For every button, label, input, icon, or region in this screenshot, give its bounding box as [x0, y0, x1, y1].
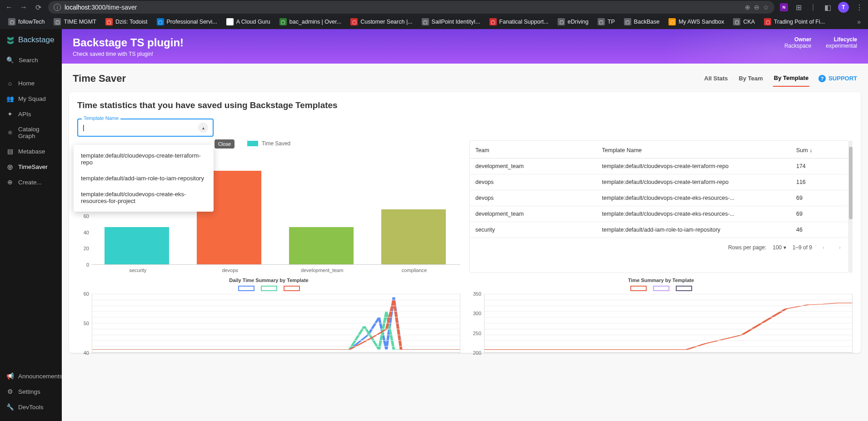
back-icon[interactable]: ←: [5, 3, 14, 12]
sidebar-item-create-[interactable]: ⊕Create...: [0, 174, 62, 190]
bookmark-item[interactable]: ▢A Cloud Guru: [223, 16, 274, 27]
table-row[interactable]: development_teamtemplate:default/cloudev…: [470, 206, 848, 222]
x-label: devops: [184, 265, 276, 273]
cell-team: development_team: [470, 158, 597, 174]
bookmark-label: TP: [608, 19, 615, 25]
dropdown-option[interactable]: template:default/cloudevops-create-terra…: [74, 148, 214, 170]
prev-page-icon[interactable]: ‹: [818, 243, 828, 253]
extension-icon: ✦: [6, 110, 14, 118]
url-bar[interactable]: i localhost:3000/time-saver ⊕ ⊖ ☆: [48, 1, 774, 14]
table-row[interactable]: devopstemplate:default/cloudevops-create…: [470, 190, 848, 206]
sidebar-item-timesaver[interactable]: ◎TimeSaver: [0, 159, 62, 174]
cell-template: template:default/cloudevops-create-eks-r…: [597, 206, 791, 222]
bookmark-label: Dziś: Todoist: [115, 19, 148, 25]
sidebar-item-metabase[interactable]: ▤Metabase: [0, 144, 62, 159]
legend-swatch: [284, 286, 300, 291]
tabs: All StatsBy TeamBy Template ? SUPPORT: [703, 70, 857, 87]
dropdown-option[interactable]: template:default/cloudevops-create-eks-r…: [74, 186, 214, 209]
bookmarks-overflow-icon[interactable]: »: [854, 18, 863, 25]
brand-label: Backstage: [18, 35, 54, 45]
backstage-logo-icon: [6, 36, 15, 44]
bookmark-item[interactable]: ▢Fanatical Support...: [486, 16, 552, 27]
bookmark-item[interactable]: ▢TIME MGMT: [50, 16, 100, 27]
bookmark-item[interactable]: ▢followTech: [5, 16, 48, 27]
table-row[interactable]: securitytemplate:default/add-iam-role-to…: [470, 222, 848, 238]
next-page-icon[interactable]: ›: [835, 243, 845, 253]
x-label: development_team: [276, 265, 369, 273]
sidebar-item-devtools[interactable]: 🔧DevTools: [0, 399, 62, 415]
sidebar-item-apis[interactable]: ✦APIs: [0, 106, 62, 122]
tab-by-template[interactable]: By Template: [773, 70, 809, 87]
owner-value: Rackspace: [784, 43, 811, 49]
bookmark-item[interactable]: ▢Professional Servi...: [153, 16, 221, 27]
settings-icon: ⚙: [6, 388, 14, 395]
star-icon[interactable]: ☆: [763, 4, 769, 11]
menu-icon[interactable]: ⋮: [855, 3, 863, 11]
daily-chart-title: Daily Time Summary by Template: [77, 277, 460, 283]
bar-security: [105, 227, 169, 264]
reload-icon[interactable]: ⟳: [34, 3, 43, 12]
dropdown-option[interactable]: template:default/add-iam-role-to-iam-rep…: [74, 170, 214, 186]
brand-logo[interactable]: Backstage: [0, 35, 62, 52]
bookmark-item[interactable]: ▢BackBase: [620, 16, 663, 27]
people-icon: 👥: [6, 95, 14, 102]
pagination-info: 1–9 of 9: [793, 244, 812, 251]
sidebar-item-label: Announcements: [18, 373, 63, 380]
folder-icon: ▢: [598, 18, 605, 25]
cell-template: template:default/add-iam-role-to-iam-rep…: [597, 222, 791, 238]
table-row[interactable]: development_teamtemplate:default/cloudev…: [470, 158, 848, 174]
sidebar-item-my-squad[interactable]: 👥My Squad: [0, 91, 62, 106]
bookmark-item[interactable]: ▢My AWS Sandbox: [665, 16, 728, 27]
extensions-icon[interactable]: ⊞: [794, 3, 803, 11]
url-host: localhost: [65, 4, 90, 11]
bookmark-label: TIME MGMT: [64, 19, 96, 25]
tab-all-stats[interactable]: All Stats: [703, 70, 729, 86]
x-label: security: [92, 265, 184, 273]
cell-template: template:default/cloudevops-create-terra…: [597, 174, 791, 190]
rows-per-page-select[interactable]: 100 ▾: [773, 244, 786, 251]
tab-by-team[interactable]: By Team: [738, 70, 764, 86]
bookmark-item[interactable]: ▢CKA: [729, 16, 758, 27]
bookmark-item[interactable]: ▢Customer Search |...: [347, 16, 416, 27]
banner-title: Backstage TS plugin!: [73, 36, 857, 49]
bookmark-item[interactable]: ▢Trading Point of Fi...: [760, 16, 828, 27]
legend-swatch: [238, 286, 254, 291]
bookmark-item[interactable]: ▢Dziś: Todoist: [102, 16, 151, 27]
onenote-icon[interactable]: N: [780, 3, 788, 11]
column-header[interactable]: Team: [470, 143, 597, 158]
bookmark-label: followTech: [18, 19, 45, 25]
search-icon: 🔍: [6, 56, 14, 64]
caret-up-icon[interactable]: ▴: [198, 123, 208, 133]
daily-summary-chart: Daily Time Summary by Template 405060: [77, 277, 460, 353]
zoom-icon[interactable]: ⊖: [754, 4, 759, 11]
column-header[interactable]: Template Name: [597, 143, 791, 158]
y-tick: 20: [84, 246, 89, 251]
y-tick: 40: [84, 230, 89, 235]
bookmark-item[interactable]: ▢SailPoint IdentityI...: [418, 16, 484, 27]
translate-icon[interactable]: ⊕: [745, 4, 750, 11]
support-button[interactable]: ? SUPPORT: [818, 75, 857, 82]
table-scrollbar[interactable]: [849, 140, 853, 273]
search-input[interactable]: 🔍 Search: [0, 52, 62, 68]
bookmark-item[interactable]: ▢bac_admins | Over...: [276, 16, 345, 27]
site-info-icon[interactable]: i: [54, 4, 61, 11]
table-panel: TeamTemplate NameSum ↓ development_teamt…: [469, 140, 853, 273]
sidebar-item-home[interactable]: ⌂Home: [0, 75, 62, 91]
sidebar-item-label: APIs: [18, 111, 31, 118]
template-input[interactable]: [83, 124, 198, 131]
template-dropdown: template:default/cloudevops-create-terra…: [74, 145, 214, 212]
help-icon: ?: [818, 75, 826, 82]
forward-icon[interactable]: →: [19, 3, 28, 12]
bar-development_team: [289, 227, 354, 264]
bookmark-item[interactable]: ▢eDriving: [554, 16, 592, 27]
sidebar-item-settings[interactable]: ⚙Settings: [0, 384, 62, 399]
sidebar-item-announcements[interactable]: 📢Announcements: [0, 368, 62, 384]
sidebar-item-catalog-graph[interactable]: ⚛Catalog Graph: [0, 122, 62, 144]
bookmark-item[interactable]: ▢TP: [594, 16, 619, 27]
column-header[interactable]: Sum ↓: [791, 143, 848, 158]
sidepanel-icon[interactable]: ◧: [823, 3, 832, 11]
profile-avatar[interactable]: T: [838, 2, 849, 13]
target-icon: ◎: [6, 163, 14, 170]
template-select[interactable]: Template Name ▴ Close template:default/c…: [77, 119, 214, 137]
table-row[interactable]: devopstemplate:default/cloudevops-create…: [470, 174, 848, 190]
